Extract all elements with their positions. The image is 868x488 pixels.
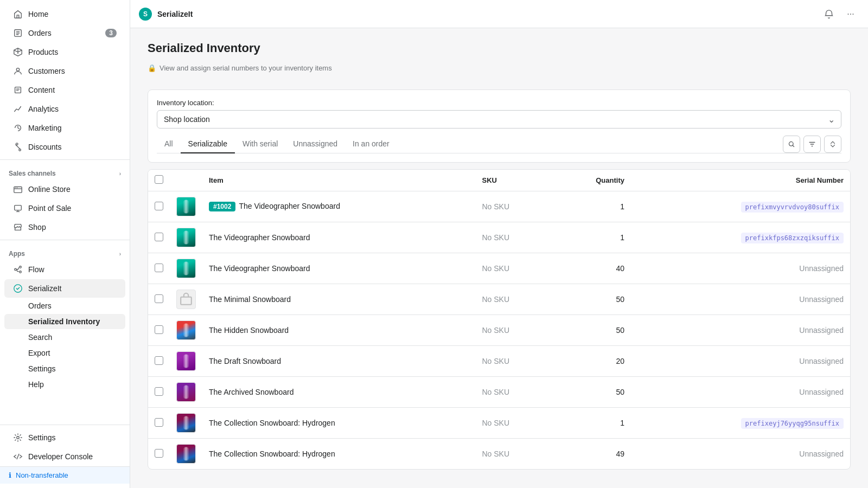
sidebar-item-marketing[interactable]: Marketing	[4, 119, 125, 137]
tab-unnassigned[interactable]: Unnassigned	[285, 135, 345, 153]
page-subtitle: 🔒 View and assign serial numbers to your…	[148, 64, 851, 72]
sidebar-item-label: Developer Console	[28, 452, 117, 461]
item-name: The Videographer Snowboard	[209, 264, 310, 273]
orders-badge: 3	[105, 29, 117, 37]
item-sku: No SKU	[475, 315, 552, 346]
row-checkbox[interactable]	[155, 202, 163, 210]
sub-item-label: Settings	[28, 364, 56, 373]
sub-item-label: Search	[28, 333, 52, 342]
sidebar-item-developer-console[interactable]: Developer Console	[4, 447, 125, 466]
item-serial: Unnassigned	[631, 346, 850, 377]
tab-serializable[interactable]: Serializable	[181, 135, 235, 153]
point-of-sale-icon	[13, 203, 23, 213]
serializeit-icon	[13, 284, 23, 293]
item-name: The Draft Snowboard	[209, 357, 281, 365]
product-thumbnail	[176, 413, 196, 433]
sidebar-sub-item-serialized-inventory[interactable]: Serialized Inventory	[4, 314, 125, 329]
sidebar-item-label: Marketing	[28, 124, 117, 132]
sidebar-item-content[interactable]: Content	[4, 81, 125, 99]
sales-channels-label: Sales channels	[9, 170, 56, 177]
item-quantity: 50	[552, 377, 631, 408]
sidebar-item-shop[interactable]: Shop	[4, 218, 125, 236]
sidebar-item-products[interactable]: Products	[4, 43, 125, 61]
row-checkbox[interactable]	[155, 387, 163, 396]
more-options-icon[interactable]: ···	[842, 5, 859, 23]
sidebar-sub-item-help[interactable]: Help	[4, 377, 125, 392]
sidebar-sub-item-export[interactable]: Export	[4, 345, 125, 361]
table-row: The Videographer SnowboardNo SKU1prefixk…	[148, 222, 850, 253]
filter-btn[interactable]	[803, 136, 821, 153]
inventory-table: Item SKU Quantity Serial Number #1002The…	[148, 169, 851, 470]
home-icon	[13, 9, 23, 19]
row-checkbox[interactable]	[155, 264, 163, 272]
svg-rect-13	[185, 200, 188, 214]
row-checkbox[interactable]	[155, 418, 163, 427]
row-checkbox[interactable]	[155, 325, 163, 334]
inventory-location-label: Inventory location:	[157, 99, 841, 107]
apps-label: Apps	[9, 250, 25, 258]
item-quantity: 50	[552, 284, 631, 315]
item-sku: No SKU	[475, 408, 552, 439]
product-thumbnail	[176, 351, 196, 371]
sidebar-item-label: Customers	[28, 67, 117, 75]
table-row: The Hidden SnowboardNo SKU50Unnassigned	[148, 315, 850, 346]
sidebar-item-serializeit[interactable]: SerializeIt	[4, 279, 125, 298]
content-icon	[13, 85, 23, 95]
row-checkbox[interactable]	[155, 449, 163, 458]
item-name: The Collection Snowboard: Hydrogen	[209, 450, 335, 458]
sidebar-item-analytics[interactable]: Analytics	[4, 100, 125, 118]
tab-all[interactable]: All	[157, 135, 181, 153]
item-name: The Videographer Snowboard	[209, 233, 310, 242]
sidebar-item-orders[interactable]: Orders 3	[4, 24, 125, 42]
row-checkbox[interactable]	[155, 356, 163, 365]
sub-item-label: Help	[28, 380, 44, 389]
sidebar-item-discounts[interactable]: Discounts	[4, 138, 125, 156]
product-thumbnail	[176, 290, 196, 309]
notification-icon[interactable]	[820, 5, 838, 23]
row-checkbox[interactable]	[155, 294, 163, 303]
info-icon: ℹ	[9, 471, 11, 479]
serial-number-badge[interactable]: prefixmvyvrvdvoy80suffix	[741, 202, 844, 213]
item-serial: prefixmvyvrvdvoy80suffix	[631, 191, 850, 222]
topbar-title: SerializeIt	[157, 10, 815, 18]
col-sku: SKU	[475, 170, 552, 191]
sidebar-item-home[interactable]: Home	[4, 5, 125, 23]
sidebar-item-online-store[interactable]: Online Store	[4, 180, 125, 198]
non-transferable-label: Non-transferable	[16, 471, 68, 479]
tab-in-an-order[interactable]: In an order	[345, 135, 397, 153]
product-thumbnail	[176, 320, 196, 340]
serial-number-badge[interactable]: prefixeyj76yyqg95nsuffix	[741, 418, 844, 429]
sort-btn[interactable]	[824, 136, 841, 153]
product-thumbnail	[176, 228, 196, 247]
item-sku: No SKU	[475, 439, 552, 470]
sidebar-sub-item-orders[interactable]: Orders	[4, 298, 125, 313]
row-checkbox[interactable]	[155, 233, 163, 241]
svg-rect-26	[185, 416, 188, 430]
sidebar-item-label: SerializeIt	[28, 284, 117, 293]
search-btn[interactable]	[783, 136, 800, 153]
item-quantity: 50	[552, 315, 631, 346]
sidebar-item-label: Settings	[28, 433, 117, 442]
lock-icon: 🔒	[148, 64, 156, 72]
product-thumbnail	[176, 197, 196, 216]
logo-text: S	[143, 10, 148, 18]
non-transferable-bar[interactable]: ℹ Non-transferable	[0, 466, 130, 484]
sidebar-item-label: Point of Sale	[28, 204, 117, 213]
sidebar-item-flow[interactable]: Flow	[4, 260, 125, 279]
topbar: S SerializeIt ···	[130, 0, 868, 28]
apps-section[interactable]: Apps ›	[0, 243, 130, 260]
serial-number-badge[interactable]: prefixkfps68zxzqiksuffix	[741, 233, 844, 243]
location-select[interactable]: Shop location	[157, 110, 841, 129]
sidebar-sub-item-settings[interactable]: Settings	[4, 361, 125, 376]
tab-with-serial[interactable]: With serial	[235, 135, 285, 153]
sidebar-item-point-of-sale[interactable]: Point of Sale	[4, 199, 125, 217]
sidebar-sub-item-search[interactable]: Search	[4, 330, 125, 345]
sidebar-item-customers[interactable]: Customers	[4, 62, 125, 80]
item-serial: prefixkfps68zxzqiksuffix	[631, 222, 850, 253]
select-all-checkbox[interactable]	[155, 175, 163, 184]
sales-channels-section[interactable]: Sales channels ›	[0, 163, 130, 179]
sidebar-item-label: Orders	[28, 29, 100, 37]
sidebar-item-settings[interactable]: Settings	[4, 428, 125, 447]
marketing-icon	[13, 123, 23, 133]
table-row: The Collection Snowboard: HydrogenNo SKU…	[148, 408, 850, 439]
